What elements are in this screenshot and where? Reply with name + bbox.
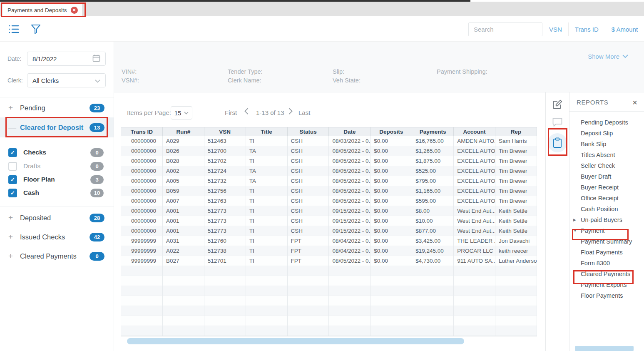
collapse-arrow-icon[interactable]: ▼ [573,225,577,236]
column-header-status[interactable]: Status [287,127,329,136]
trans-id-button[interactable]: Trans ID [569,22,605,36]
expand-arrow-icon[interactable]: ▶ [573,214,576,225]
table-cell: 99999999 [121,246,163,256]
table-cell: A007 [162,196,204,206]
table-cell: 08/04/2022 - 0... [329,246,370,256]
prev-page-icon[interactable] [244,108,249,117]
filter-checks[interactable]: ✓ Checks 0 [0,146,114,159]
table-row[interactable]: 00000000B026512700TACSH08/05/2022 - 0...… [121,146,537,156]
expand-plus-icon[interactable]: + [8,232,20,241]
sidebar-group-deposited[interactable]: + Deposited 28 [0,210,114,225]
column-header-title[interactable]: Title [246,127,287,136]
table-row[interactable]: 00000000B028512702TICSH08/05/2022 - 0...… [121,156,537,166]
group-label: Deposited [20,214,90,222]
expand-plus-icon[interactable]: + [8,213,20,222]
column-header-payments[interactable]: Payments [412,127,454,136]
funnel-icon[interactable] [31,24,41,36]
floor-plan-checkbox[interactable]: ✓ [8,175,17,184]
column-header-run[interactable]: Run# [162,127,204,136]
table-row[interactable]: 00000000A007512763TICSH08/05/2022 - 0...… [121,196,537,206]
reports-panel-scrollbar[interactable] [575,346,634,351]
filter-floor-plan[interactable]: ✓ Floor Plan 3 [0,173,114,186]
table-row[interactable]: 99999999B027512701TIFPT08/05/2022 - 0...… [121,256,537,266]
first-page-button[interactable]: First [225,109,237,116]
table-row[interactable]: 00000000A005512732TACSH08/05/2022 - 0...… [121,176,537,186]
table-cell: 512773 [204,206,246,216]
vsn-button[interactable]: VSN [543,22,569,36]
comment-icon[interactable] [552,117,563,129]
report-item-seller-check[interactable]: Seller Check [569,160,644,171]
report-item-payment-exports[interactable]: Payment Exports [569,279,644,290]
column-header-date[interactable]: Date [329,127,370,136]
report-item-payment-summary[interactable]: Payment Summary [569,236,644,247]
sidebar-group-cleared-for-deposit[interactable]: — Cleared for Deposit 13 [0,117,114,137]
calendar-icon[interactable] [92,54,100,63]
report-item-payment[interactable]: ▼Payment [569,225,644,236]
report-item-floor-payments[interactable]: Floor Payments [569,290,644,301]
table-row[interactable]: 00000000A001512773TICSH09/15/2022 - 0...… [121,206,537,216]
report-item-form-8300[interactable]: Form 8300 [569,258,644,269]
report-item-un-paid-buyers[interactable]: ▶Un-paid Buyers [569,214,644,225]
collapse-minus-icon[interactable]: — [8,123,20,132]
tab-payments-and-deposits[interactable]: Payments and Deposits ✕ [2,4,82,16]
column-header-trans-id[interactable]: Trans ID [121,127,163,136]
sidebar-group-cleared-payments[interactable]: + Cleared Payments 0 [0,249,114,264]
table-empty-cell [246,306,287,316]
filter-drafts[interactable]: Drafts 0 [0,159,114,173]
report-item-buyer-draft[interactable]: Buyer Draft [569,171,644,182]
report-item-titles-absent[interactable]: Titles Absent [569,149,644,160]
page-range-label: 1-13 of 13 [256,109,284,116]
last-page-button[interactable]: Last [298,109,310,116]
report-item-buyer-receipt[interactable]: Buyer Receipt [569,182,644,193]
table-row[interactable]: 00000000A001512773TICSH09/15/2022 - 0...… [121,216,537,226]
sidebar-group-issued-checks[interactable]: + Issued Checks 42 [0,229,114,244]
column-header-account[interactable]: Account [454,127,495,136]
column-header-rep[interactable]: Rep [495,127,537,136]
list-icon[interactable] [9,25,19,35]
table-cell: 08/05/2022 - 0... [329,146,370,156]
table-row[interactable]: 00000000A002512724TACSH08/05/2022 - 0...… [121,166,537,176]
table-row[interactable]: 00000000B059512756TICSH08/05/2022 - 0...… [121,186,537,196]
table-cell: A001 [162,226,204,236]
tab-close-icon[interactable]: ✕ [71,7,78,14]
report-item-bank-slip[interactable]: Bank Slip [569,139,644,149]
veh-state-label: Veh State: [333,76,361,85]
cash-checkbox[interactable]: ✓ [8,189,17,197]
table-cell: 09/15/2022 - 0... [329,206,370,216]
table-cell: 08/05/2022 - 0... [329,256,370,266]
report-item-cash-position[interactable]: Cash Position [569,204,644,214]
edit-icon[interactable] [552,99,563,112]
next-page-icon[interactable] [288,108,293,117]
table-row[interactable]: 00000000A001512773TICSH09/15/2022 - 0...… [121,226,537,236]
close-icon[interactable]: × [632,100,637,105]
filter-cash[interactable]: ✓ Cash 10 [0,186,114,199]
report-item-float-payments[interactable]: Float Payments [569,247,644,258]
column-header-vsn[interactable]: VSN [204,127,246,136]
date-input[interactable]: 8/1/2022 [27,52,106,66]
horizontal-scrollbar[interactable] [127,338,464,344]
checks-checkbox[interactable]: ✓ [8,148,17,157]
drafts-checkbox[interactable] [8,162,17,171]
report-item-office-receipt[interactable]: Office Receipt [569,193,644,204]
column-header-deposits[interactable]: Deposits [370,127,412,136]
search-input[interactable] [468,22,542,36]
report-item-deposit-slip[interactable]: Deposit Slip [569,128,644,139]
report-item-cleared-payments[interactable]: Cleared Payments [569,269,644,279]
items-per-page-select[interactable]: 15 [171,106,192,119]
clipboard-icon[interactable] [548,133,567,152]
table-cell: A029 [162,136,204,146]
expand-plus-icon[interactable]: + [8,251,20,261]
expand-plus-icon[interactable]: + [8,103,20,112]
table-cell: keith reecer [495,246,537,256]
sidebar-group-pending[interactable]: + Pending 23 [0,100,114,115]
table-row[interactable]: 99999999A031512760TIFPT08/04/2022 - 0...… [121,236,537,246]
table-empty-row [121,316,537,326]
table-cell: Keith Settle [495,206,537,216]
table-row[interactable]: 99999999A022512738TIFPT08/04/2022 - 0...… [121,246,537,256]
report-item-label: Cleared Payments [581,271,630,277]
table-row[interactable]: 00000000A029512463TICSH08/03/2022 - 0...… [121,136,537,146]
show-more-link[interactable]: Show More [588,53,628,60]
report-item-pending-deposits[interactable]: Pending Deposits [569,117,644,128]
amount-button[interactable]: $ Amount [605,22,644,36]
clerk-select[interactable]: All Clerks [27,73,106,87]
